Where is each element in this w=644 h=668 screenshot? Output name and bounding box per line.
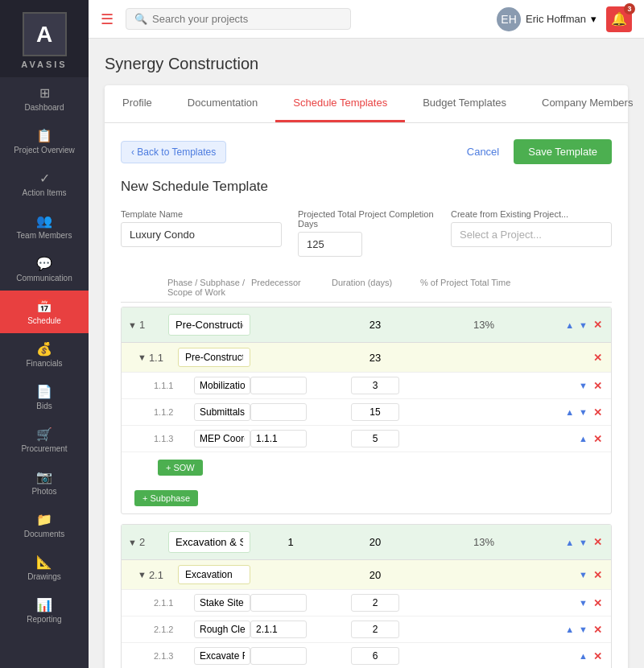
- sow-1-1-3-delete-button[interactable]: ✕: [591, 432, 605, 446]
- sidebar-item-bids[interactable]: 📄 Bids: [0, 376, 89, 419]
- sow-row-2-1-3: 2.1.3 ▲ ✕: [122, 643, 611, 668]
- sow-2-1-1-predecessor: [250, 594, 331, 612]
- sow-1-1-2-delete-button[interactable]: ✕: [591, 406, 605, 419]
- sow-2-1-2-predecessor-input[interactable]: [250, 621, 307, 638]
- sow-1-1-2-name-input[interactable]: [194, 403, 250, 421]
- sidebar-item-reporting[interactable]: 📊 Reporting: [0, 589, 89, 632]
- action-items-label: Action Items: [22, 188, 66, 197]
- sow-2-1-1-predecessor-input[interactable]: [250, 594, 307, 612]
- sidebar-item-team-members[interactable]: 👥 Team Members: [0, 205, 89, 248]
- notification-button[interactable]: 🔔 3: [606, 6, 632, 32]
- save-template-button[interactable]: Save Template: [514, 139, 612, 164]
- sow-1-1-2-predecessor-input[interactable]: [250, 403, 307, 421]
- sow-1-1-1-predecessor-input[interactable]: [250, 377, 307, 394]
- communication-label: Communication: [16, 274, 72, 282]
- sow-2-1-2-up-button[interactable]: ▲: [564, 624, 576, 635]
- sow-1-1-3-num: 1.1.3: [154, 434, 194, 443]
- phase-1-down-button[interactable]: ▼: [577, 320, 589, 331]
- sow-2-1-3-name-input[interactable]: [194, 647, 250, 665]
- phase-2-collapse[interactable]: ▼: [128, 538, 137, 547]
- subphase-2-1-collapse[interactable]: ▼: [138, 570, 147, 579]
- sidebar-item-schedule[interactable]: 📅 Schedule: [0, 291, 89, 333]
- cancel-button[interactable]: Cancel: [460, 141, 506, 163]
- menu-icon[interactable]: ☰: [101, 10, 114, 28]
- sidebar-item-photos[interactable]: 📷 Photos: [0, 461, 89, 504]
- subphase-2-1-name-input[interactable]: [178, 565, 250, 584]
- sow-2-1-2-down-button[interactable]: ▼: [577, 624, 589, 635]
- back-to-templates-button[interactable]: ‹ Back to Templates: [121, 141, 226, 163]
- add-subphase-button-1[interactable]: + Subphase: [134, 490, 198, 506]
- sow-2-1-2-delete-button[interactable]: ✕: [591, 623, 605, 637]
- phase-2-up-button[interactable]: ▲: [564, 537, 576, 548]
- sow-1-1-2-up-button[interactable]: ▲: [564, 406, 576, 418]
- subphase-2-1-down-button[interactable]: ▼: [577, 569, 589, 580]
- phase-1-up-button[interactable]: ▲: [564, 320, 576, 331]
- sow-1-1-3-predecessor-input[interactable]: [250, 430, 307, 447]
- template-name-input[interactable]: [121, 222, 282, 247]
- tab-profile[interactable]: Profile: [105, 85, 170, 122]
- phase-1-collapse[interactable]: ▼: [128, 320, 137, 330]
- phase-1-delete-button[interactable]: ✕: [591, 318, 605, 332]
- sidebar-item-project-overview[interactable]: 📋 Project Overview: [0, 120, 89, 163]
- avatar: EH: [497, 7, 521, 31]
- sidebar-item-communication[interactable]: 💬 Communication: [0, 248, 89, 291]
- phase-2-predecessor: 1: [250, 536, 331, 548]
- sow-2-1-3-predecessor-input[interactable]: [250, 647, 307, 665]
- subphase-1-1-name-input[interactable]: [178, 348, 250, 367]
- tab-schedule-templates[interactable]: Schedule Templates: [275, 85, 405, 122]
- tab-company-members[interactable]: Company Members: [524, 85, 644, 122]
- phase-2-delete-button[interactable]: ✕: [591, 535, 605, 549]
- sow-2-1-3-duration-input[interactable]: [351, 647, 399, 665]
- add-sow-button-1[interactable]: + SOW: [158, 460, 203, 476]
- sow-1-1-2-duration: [331, 403, 419, 421]
- sow-2-1-3-delete-button[interactable]: ✕: [591, 649, 605, 663]
- sow-1-1-2-down-button[interactable]: ▼: [577, 406, 589, 418]
- sow-2-1-1-name-cell: [194, 594, 250, 612]
- search-input[interactable]: [152, 13, 342, 25]
- subphase-2-1-delete-button[interactable]: ✕: [591, 568, 605, 582]
- sow-1-1-1-down-button[interactable]: ▼: [577, 380, 589, 391]
- sow-1-1-3-up-button[interactable]: ▲: [577, 433, 589, 444]
- sidebar-item-drawings[interactable]: 📐 Drawings: [0, 546, 89, 589]
- search-box[interactable]: 🔍: [126, 8, 351, 30]
- sow-row-1-1-2: 1.1.2 ▲ ▼ ✕: [122, 399, 611, 426]
- sow-1-1-3-name-input[interactable]: [194, 430, 250, 447]
- sow-2-1-3-up-button[interactable]: ▲: [577, 650, 589, 662]
- phase-1-name-input[interactable]: [168, 314, 250, 336]
- subphase-1-1-collapse[interactable]: ▼: [138, 353, 147, 362]
- tab-documentation[interactable]: Documentation: [170, 85, 275, 122]
- sow-2-1-2-duration-input[interactable]: [351, 621, 399, 638]
- sow-2-1-2-name-input[interactable]: [194, 621, 250, 638]
- sidebar-item-procurement[interactable]: 🛒 Procurement: [0, 419, 89, 461]
- existing-project-label: Create from Existing Project...: [451, 209, 612, 219]
- sow-1-1-3-duration-input[interactable]: [351, 430, 399, 447]
- sow-2-1-1-name-input[interactable]: [194, 594, 250, 612]
- sidebar-nav: ⊞ Dashboard 📋 Project Overview ✓ Action …: [0, 77, 89, 668]
- completion-days-input[interactable]: [298, 232, 362, 257]
- sidebar-item-dashboard[interactable]: ⊞ Dashboard: [0, 77, 89, 120]
- sow-1-1-2-predecessor: [250, 403, 331, 421]
- sidebar-item-documents[interactable]: 📁 Documents: [0, 504, 89, 546]
- sow-2-1-1-delete-button[interactable]: ✕: [591, 596, 605, 610]
- phase-2-name-input[interactable]: [168, 531, 250, 553]
- phase-2-down-button[interactable]: ▼: [577, 537, 589, 548]
- sow-1-1-1-name-input[interactable]: [194, 377, 250, 394]
- existing-project-select[interactable]: Select a Project...: [451, 222, 612, 247]
- phase-1-pct: 13%: [419, 319, 548, 331]
- sow-1-1-1-delete-button[interactable]: ✕: [591, 379, 605, 393]
- sow-1-1-1-predecessor: [250, 377, 331, 394]
- completion-days-group: Projected Total Project Completion Days: [298, 209, 435, 257]
- template-name-group: Template Name: [121, 209, 282, 247]
- subphase-1-1-delete-button[interactable]: ✕: [591, 351, 605, 365]
- col-header-duration: Duration (days): [332, 278, 420, 297]
- sow-1-1-2-duration-input[interactable]: [351, 403, 399, 421]
- sow-2-1-2-num: 2.1.2: [154, 625, 194, 634]
- subphase-2-1-number: 2.1: [149, 569, 163, 581]
- user-info[interactable]: EH Eric Hoffman ▾: [497, 7, 597, 31]
- sow-2-1-1-duration-input[interactable]: [351, 594, 399, 612]
- sow-2-1-1-down-button[interactable]: ▼: [577, 597, 589, 608]
- tab-budget-templates[interactable]: Budget Templates: [405, 85, 524, 122]
- sidebar-item-action-items[interactable]: ✓ Action Items: [0, 163, 89, 205]
- sow-1-1-1-duration-input[interactable]: [351, 377, 399, 394]
- sidebar-item-financials[interactable]: 💰 Financials: [0, 333, 89, 376]
